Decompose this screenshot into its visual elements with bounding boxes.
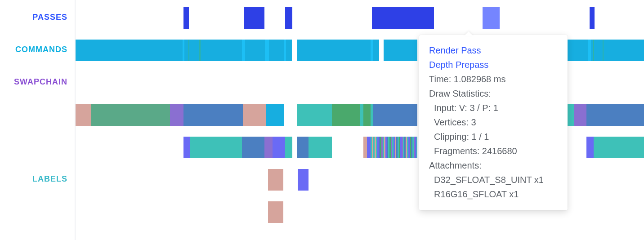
timeline-segment[interactable]: [184, 40, 188, 61]
timeline-segment[interactable]: [309, 137, 332, 158]
timeline-segment[interactable]: [586, 137, 594, 158]
timeline-segment[interactable]: [384, 40, 417, 61]
timeline-segment[interactable]: [91, 104, 170, 126]
timeline-segment[interactable]: [297, 137, 309, 158]
tooltip-attach-header: Attachments:: [429, 158, 558, 173]
timeline-segment[interactable]: [183, 104, 243, 126]
timeline-segment[interactable]: [242, 40, 245, 61]
timeline-segment[interactable]: [373, 104, 417, 126]
timeline-segment[interactable]: [483, 7, 500, 29]
tooltip: Render Pass Depth Prepass Time: 1.082968…: [419, 35, 568, 210]
timeline-track-passes[interactable]: [76, 7, 644, 29]
row-label-swapchain: SWAPCHAIN: [0, 77, 67, 87]
timeline-segment[interactable]: [586, 104, 644, 126]
timeline-segment[interactable]: [298, 169, 309, 191]
timeline-segment[interactable]: [297, 104, 332, 126]
timeline-segment[interactable]: [332, 104, 360, 126]
row-label-passes: PASSES: [0, 13, 67, 22]
timeline-segment[interactable]: [297, 40, 371, 61]
timeline-segment[interactable]: [574, 104, 586, 126]
tooltip-attach2: R16G16_SFLOAT x1: [429, 187, 558, 201]
timeline-segment[interactable]: [189, 40, 199, 61]
timeline-segment[interactable]: [190, 137, 242, 158]
timeline-segment[interactable]: [264, 137, 273, 158]
timeline-segment[interactable]: [286, 40, 292, 61]
timeline-segment[interactable]: [268, 169, 283, 191]
timeline-segment[interactable]: [588, 40, 591, 61]
tooltip-vertices: Vertices: 3: [429, 115, 558, 129]
timeline-segment[interactable]: [242, 137, 264, 158]
tooltip-title-link[interactable]: Render Pass: [429, 43, 558, 58]
timeline-segment[interactable]: [183, 137, 190, 158]
timeline-segment[interactable]: [285, 137, 292, 158]
timeline-segment[interactable]: [363, 137, 367, 158]
timeline-segment[interactable]: [567, 40, 588, 61]
timeline-segment[interactable]: [372, 7, 434, 29]
tooltip-subtitle-link[interactable]: Depth Prepass: [429, 58, 558, 72]
timeline-segment[interactable]: [244, 7, 264, 29]
timeline-segment[interactable]: [367, 137, 371, 158]
timeline-segment[interactable]: [373, 40, 379, 61]
tooltip-time: Time: 1.082968 ms: [429, 72, 558, 86]
timeline-segment[interactable]: [416, 137, 417, 158]
tooltip-draw-header: Draw Statistics:: [429, 86, 558, 101]
timeline-segment[interactable]: [363, 104, 371, 126]
timeline-segment[interactable]: [590, 7, 595, 29]
timeline-segment[interactable]: [183, 7, 189, 29]
timeline-segment[interactable]: [360, 104, 363, 126]
timeline-segment[interactable]: [76, 40, 183, 61]
timeline-segment[interactable]: [265, 40, 269, 61]
timeline-segment[interactable]: [269, 40, 284, 61]
timeline-segment[interactable]: [245, 40, 265, 61]
tooltip-input: Input: V: 3 / P: 1: [429, 101, 558, 115]
timeline-segment[interactable]: [170, 104, 183, 126]
row-label-commands: COMMANDS: [0, 45, 67, 54]
timeline-segment[interactable]: [594, 137, 644, 158]
timeline-segment[interactable]: [273, 137, 285, 158]
tooltip-fragments: Fragments: 2416680: [429, 144, 558, 158]
timeline-segment[interactable]: [201, 40, 242, 61]
timeline-segment[interactable]: [285, 7, 292, 29]
timeline-segment[interactable]: [604, 40, 644, 61]
timeline-segment[interactable]: [594, 40, 603, 61]
timeline-segment[interactable]: [266, 104, 284, 126]
timeline-segment[interactable]: [268, 201, 283, 223]
row-label-labels: LABELS: [0, 174, 67, 184]
timeline-segment[interactable]: [243, 104, 266, 126]
timeline-segment[interactable]: [567, 104, 574, 126]
tooltip-attach1: D32_SFLOAT_S8_UINT x1: [429, 173, 558, 187]
timeline-segment[interactable]: [76, 104, 91, 126]
tooltip-clipping: Clipping: 1 / 1: [429, 129, 558, 144]
